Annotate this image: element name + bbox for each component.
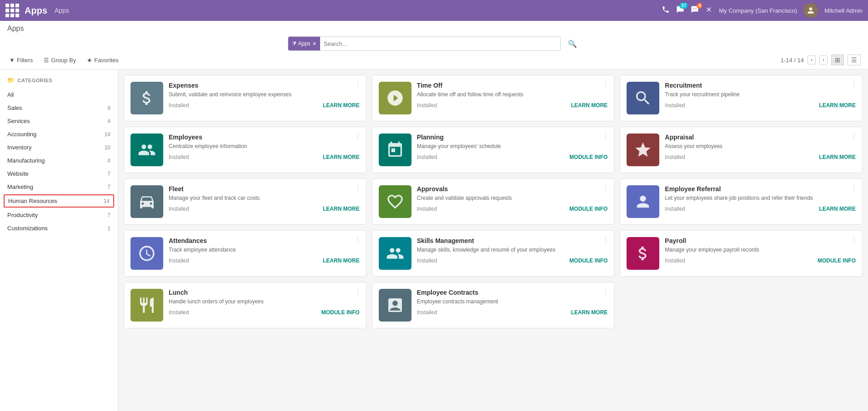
filters-button[interactable]: ▼ Filters [7, 56, 35, 64]
grid-menu-icon[interactable] [5, 4, 19, 17]
card-menu-icon[interactable]: ⋮ [354, 287, 361, 296]
card-menu-icon[interactable]: ⋮ [602, 132, 609, 140]
learn-more-button[interactable]: LEARN MORE [323, 257, 360, 264]
app-card[interactable]: Employee Referral Let your employees sha… [620, 178, 863, 225]
app-card[interactable]: Recruitment Track your recruitment pipel… [620, 75, 863, 121]
card-menu-icon[interactable]: ⋮ [602, 235, 609, 244]
app-card[interactable]: Employees Centralize employee informatio… [124, 127, 366, 173]
card-menu-icon[interactable]: ⋮ [850, 80, 858, 89]
app-icon [379, 82, 411, 114]
app-card[interactable]: Appraisal Assess your employees Installe… [620, 127, 863, 173]
card-menu-icon[interactable]: ⋮ [354, 80, 361, 89]
module-info-button[interactable]: MODULE INFO [321, 309, 360, 316]
module-info-button[interactable]: MODULE INFO [569, 206, 607, 212]
app-status: Installed [665, 257, 685, 264]
sidebar-item-label: Customizations [7, 225, 48, 232]
app-card[interactable]: Approvals Create and validate approvals … [372, 178, 615, 225]
group-by-button[interactable]: ☰ Group By [42, 56, 78, 64]
module-info-button[interactable]: MODULE INFO [818, 257, 856, 264]
pagination-text: 1-14 / 14 [781, 57, 804, 64]
breadcrumb[interactable]: Apps [55, 7, 69, 14]
card-menu-icon[interactable]: ⋮ [850, 183, 858, 192]
app-card[interactable]: Payroll Manage your employee payroll rec… [620, 230, 863, 277]
learn-more-button[interactable]: LEARN MORE [571, 102, 608, 109]
favorites-button[interactable]: ★ Favorites [85, 56, 120, 64]
card-menu-icon[interactable]: ⋮ [354, 132, 361, 140]
app-card[interactable]: Lunch Handle lunch orders of your employ… [124, 282, 366, 328]
app-grid-container[interactable]: Expenses Submit, validate and reinvoice … [118, 69, 868, 411]
sidebar-item-count: 7 [107, 212, 110, 218]
app-footer: Installed MODULE INFO [169, 309, 360, 316]
app-info: Fleet Manage your fleet and track car co… [169, 185, 360, 212]
next-page-button[interactable]: › [819, 55, 828, 64]
app-info: Appraisal Assess your employees Installe… [665, 134, 856, 160]
module-info-button[interactable]: MODULE INFO [569, 257, 607, 264]
sidebar: 📁 CATEGORIES AllSales9Services4Accountin… [0, 69, 118, 411]
learn-more-button[interactable]: LEARN MORE [323, 206, 360, 212]
filter-bar: ▼ Filters ☰ Group By ★ Favorites 1-14 / … [7, 54, 861, 65]
grid-view-button[interactable]: ⊞ [831, 54, 844, 65]
card-menu-icon[interactable]: ⋮ [850, 132, 858, 140]
sidebar-item-marketing[interactable]: Marketing7 [0, 180, 118, 193]
app-status: Installed [417, 309, 437, 316]
app-card[interactable]: Skills Management Manage skills, knowled… [372, 230, 615, 277]
sidebar-item-all[interactable]: All [0, 88, 118, 101]
remove-tag-button[interactable]: ✕ [312, 41, 316, 47]
sidebar-item-website[interactable]: Website7 [0, 167, 118, 180]
learn-more-button[interactable]: LEARN MORE [323, 102, 360, 109]
module-info-button[interactable]: MODULE INFO [569, 154, 607, 160]
messages-icon[interactable]: 37 [676, 5, 684, 15]
sidebar-item-accounting[interactable]: Accounting14 [0, 128, 118, 141]
phone-icon[interactable] [662, 5, 670, 15]
sidebar-item-label: Productivity [7, 212, 38, 218]
sidebar-item-sales[interactable]: Sales9 [0, 101, 118, 114]
company-name[interactable]: My Company (San Francisco) [719, 7, 797, 14]
categories-title: 📁 CATEGORIES [0, 77, 118, 88]
app-desc: Manage your fleet and track car costs [169, 194, 360, 202]
user-name[interactable]: Mitchell Admin [824, 7, 863, 14]
app-title: Apps [25, 5, 47, 16]
search-input[interactable] [320, 40, 560, 47]
app-name: Employee Referral [665, 185, 856, 193]
app-status: Installed [169, 102, 189, 109]
learn-more-button[interactable]: LEARN MORE [819, 102, 856, 109]
app-desc: Centralize employee information [169, 143, 360, 150]
sidebar-item-manufacturing[interactable]: Manufacturing4 [0, 154, 118, 167]
sidebar-item-services[interactable]: Services4 [0, 114, 118, 128]
chat-icon[interactable]: 4 [691, 5, 699, 15]
app-icon [130, 237, 163, 270]
learn-more-button[interactable]: LEARN MORE [819, 154, 856, 160]
app-card[interactable]: Expenses Submit, validate and reinvoice … [124, 75, 366, 121]
sidebar-item-inventory[interactable]: Inventory10 [0, 141, 118, 154]
app-card[interactable]: Planning Manage your employees' schedule… [372, 127, 615, 173]
list-view-button[interactable]: ☰ [848, 54, 861, 65]
learn-more-button[interactable]: LEARN MORE [323, 154, 360, 160]
app-icon [379, 237, 411, 270]
card-menu-icon[interactable]: ⋮ [354, 235, 361, 244]
app-card[interactable]: Fleet Manage your fleet and track car co… [124, 178, 366, 225]
app-desc: Manage your employee payroll records [665, 246, 856, 254]
learn-more-button[interactable]: LEARN MORE [819, 206, 856, 212]
app-card[interactable]: Employee Contracts Employee contracts ma… [372, 282, 615, 328]
close-icon[interactable] [705, 6, 712, 15]
sidebar-item-human-resources[interactable]: Human Resources14 [4, 194, 114, 208]
prev-page-button[interactable]: ‹ [808, 55, 816, 64]
app-card[interactable]: Time Off Allocate time off and follow ti… [372, 75, 615, 121]
sidebar-item-productivity[interactable]: Productivity7 [0, 208, 118, 222]
app-status: Installed [417, 102, 437, 109]
user-avatar[interactable] [803, 3, 818, 18]
card-menu-icon[interactable]: ⋮ [602, 287, 609, 296]
app-name: Time Off [417, 82, 608, 89]
star-icon: ★ [87, 57, 92, 64]
card-menu-icon[interactable]: ⋮ [354, 183, 361, 192]
sidebar-item-customizations[interactable]: Customizations1 [0, 222, 118, 235]
app-icon [379, 289, 411, 322]
card-menu-icon[interactable]: ⋮ [602, 80, 609, 89]
page-title: Apps [7, 25, 861, 33]
app-card[interactable]: Attendances Track employee attendance In… [124, 230, 366, 277]
learn-more-button[interactable]: LEARN MORE [571, 309, 608, 316]
search-button[interactable]: 🔍 [564, 40, 581, 48]
card-menu-icon[interactable]: ⋮ [850, 235, 858, 244]
card-menu-icon[interactable]: ⋮ [602, 183, 609, 192]
app-desc: Create and validate approvals requests [417, 194, 608, 202]
